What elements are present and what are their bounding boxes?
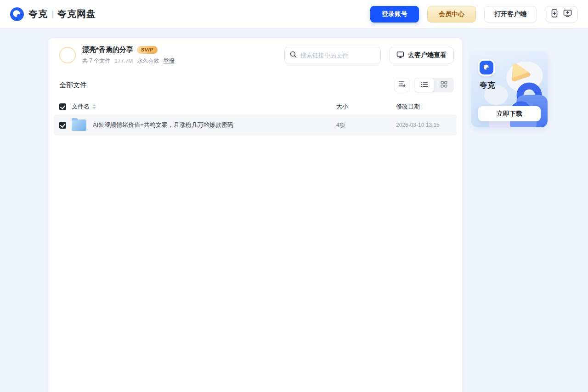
file-size: 4项 (336, 121, 396, 129)
app-promo-card[interactable]: 夸克 立即下载 (471, 51, 548, 127)
avatar (59, 47, 76, 63)
row-checkbox[interactable] (59, 122, 66, 129)
list-view-icon (421, 81, 428, 89)
grid-view-icon (441, 81, 447, 90)
quark-logo-icon (10, 7, 24, 21)
brand-name: 夸克 (28, 8, 48, 20)
column-size-label[interactable]: 大小 (336, 102, 396, 111)
open-client-button[interactable]: 打开客户端 (484, 6, 537, 23)
top-header: 夸克 夸克网盘 登录账号 会员中心 打开客户端 (0, 0, 588, 28)
sort-order-icon (398, 81, 406, 89)
file-toolbar: 全部文件 (48, 78, 462, 92)
view-toggle (414, 78, 454, 92)
search-box[interactable] (284, 47, 381, 63)
search-icon (290, 51, 297, 60)
select-all-checkbox[interactable] (59, 103, 66, 110)
monitor-icon (396, 51, 404, 60)
share-total-size: 177.7M (114, 58, 133, 64)
download-apps-group[interactable] (545, 6, 578, 23)
column-sort-icon[interactable] (92, 104, 96, 109)
column-name-label[interactable]: 文件名 (72, 102, 90, 111)
search-input[interactable] (300, 52, 375, 59)
download-now-button[interactable]: 立即下载 (478, 106, 541, 121)
share-meta: 共 7 个文件 177.7M 永久有效 举报 (82, 57, 174, 65)
brand-product-name: 夸克网盘 (57, 8, 96, 20)
page-content: 漂亮*香蕉的分享 SVIP 共 7 个文件 177.7M 永久有效 举报 (0, 28, 588, 392)
file-row[interactable]: AI短视频情绪价值+共鸣文案，月涨粉几万的爆款密码 4项 2026-03-10 … (54, 114, 457, 136)
list-view-button[interactable] (414, 78, 434, 92)
share-card: 漂亮*香蕉的分享 SVIP 共 7 个文件 177.7M 永久有效 举报 (48, 38, 463, 392)
file-modified-date: 2026-03-10 13:15 (396, 122, 451, 128)
share-file-count: 共 7 个文件 (82, 57, 110, 65)
share-validity: 永久有效 (137, 57, 159, 65)
report-link[interactable]: 举报 (163, 57, 174, 65)
mobile-download-icon[interactable] (551, 9, 558, 19)
svip-badge: SVIP (137, 46, 158, 54)
brand[interactable]: 夸克 夸克网盘 (10, 7, 96, 21)
view-in-client-button[interactable]: 去客户端查看 (389, 47, 454, 63)
share-header: 漂亮*香蕉的分享 SVIP 共 7 个文件 177.7M 永久有效 举报 (48, 38, 462, 65)
folder-icon (72, 119, 86, 131)
promo-app-name: 夸克 (480, 80, 495, 91)
sort-order-button[interactable] (394, 78, 410, 92)
login-button[interactable]: 登录账号 (370, 6, 419, 23)
grid-view-button[interactable] (434, 78, 454, 92)
file-name[interactable]: AI短视频情绪价值+共鸣文案，月涨粉几万的爆款密码 (93, 121, 336, 129)
column-modified-label[interactable]: 修改日期 (396, 102, 451, 111)
quark-app-icon (478, 59, 495, 76)
vip-center-button[interactable]: 会员中心 (427, 6, 476, 23)
desktop-download-icon[interactable] (563, 9, 572, 19)
brand-divider (52, 10, 53, 18)
file-table-header: 文件名 大小 修改日期 (48, 100, 462, 114)
share-title: 漂亮*香蕉的分享 (82, 45, 133, 54)
section-title: 全部文件 (59, 81, 87, 90)
